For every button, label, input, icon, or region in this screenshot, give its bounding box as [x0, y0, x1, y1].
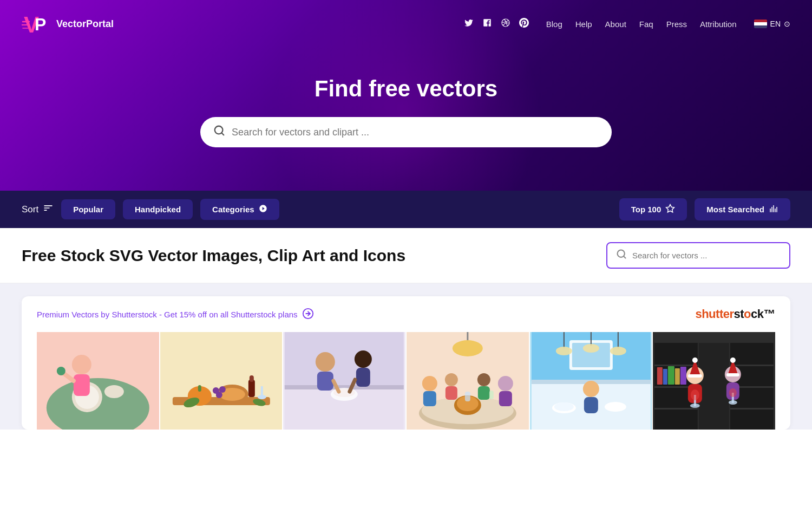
logo-area[interactable]: V P VectorPortal — [22, 10, 114, 38]
promo-header: Premium Vectors by Shutterstock - Get 15… — [37, 307, 775, 321]
shutterstock-logo-stock: st — [734, 307, 744, 321]
svg-point-45 — [355, 350, 372, 368]
svg-point-53 — [453, 340, 483, 356]
svg-rect-110 — [726, 373, 739, 376]
svg-point-83 — [554, 402, 574, 411]
svg-point-20 — [72, 355, 91, 374]
svg-rect-65 — [499, 391, 512, 406]
svg-rect-67 — [489, 391, 494, 399]
promo-section: Premium Vectors by Shutterstock - Get 15… — [0, 283, 812, 430]
promo-card: Premium Vectors by Shutterstock - Get 15… — [22, 296, 790, 430]
nav-faq[interactable]: Faq — [639, 20, 653, 29]
svg-rect-96 — [663, 369, 667, 385]
shutterstock-logo-ock: o — [744, 307, 751, 321]
svg-rect-33 — [261, 386, 263, 398]
hero-search-box[interactable] — [200, 117, 612, 147]
logo-text: VectorPortal — [56, 18, 114, 30]
page-title: Free Stock SVG Vector Images, Clip Art a… — [22, 246, 405, 265]
image-grid — [37, 332, 775, 430]
language-selector[interactable]: EN ⊙ — [754, 20, 790, 28]
chart-icon — [769, 204, 778, 215]
svg-point-111 — [730, 358, 736, 363]
hero-title: Find free vectors — [22, 76, 790, 102]
svg-point-84 — [605, 402, 626, 412]
nav-help[interactable]: Help — [575, 20, 592, 29]
svg-rect-91 — [654, 408, 698, 410]
nav-attribution[interactable]: Attribution — [700, 20, 737, 29]
categories-chevron-icon — [259, 204, 267, 214]
flag-icon — [754, 20, 767, 28]
svg-rect-59 — [423, 391, 436, 406]
shutterstock-logo-ck: ck™ — [751, 307, 775, 321]
svg-rect-95 — [657, 367, 663, 385]
most-searched-label: Most Searched — [706, 205, 764, 214]
svg-point-60 — [445, 373, 458, 386]
nav-right: Blog Help About Faq Press Attribution EN… — [464, 18, 790, 30]
promo-image-3[interactable] — [283, 332, 405, 430]
shutterstock-logo-shutter: shutter — [695, 307, 734, 321]
svg-point-80 — [583, 381, 599, 397]
header: V P VectorPortal — [0, 0, 812, 191]
page-search-input[interactable] — [632, 251, 781, 260]
svg-point-36 — [216, 392, 222, 398]
promo-image-1[interactable] — [37, 332, 159, 430]
star-icon — [665, 204, 675, 215]
svg-line-10 — [624, 256, 626, 258]
svg-point-58 — [422, 376, 437, 391]
svg-marker-8 — [666, 205, 675, 212]
promo-link-text: Premium Vectors by Shutterstock - Get 15… — [37, 310, 298, 319]
svg-point-103 — [692, 358, 698, 363]
svg-line-7 — [221, 133, 224, 135]
svg-point-23 — [57, 367, 66, 375]
handpicked-button[interactable]: Handpicked — [123, 199, 193, 219]
categories-button[interactable]: Categories — [200, 199, 279, 220]
promo-image-6[interactable] — [653, 332, 775, 430]
sort-bar: Sort Popular Handpicked Categories Top 1… — [0, 191, 812, 228]
promo-image-4[interactable] — [407, 332, 529, 430]
facebook-icon[interactable] — [482, 18, 492, 30]
sort-icon — [43, 203, 54, 216]
hero-section: Find free vectors — [22, 43, 790, 191]
page-search-box[interactable] — [606, 242, 790, 269]
svg-rect-21 — [74, 374, 90, 396]
svg-point-64 — [498, 376, 513, 391]
svg-rect-94 — [730, 408, 774, 410]
nav-blog[interactable]: Blog — [546, 20, 562, 29]
svg-rect-87 — [699, 343, 729, 430]
popular-button[interactable]: Popular — [61, 199, 115, 219]
shutterstock-logo: shutterstock™ — [695, 307, 775, 321]
svg-rect-97 — [668, 366, 675, 385]
nav-links: Blog Help About Faq Press Attribution — [546, 20, 737, 29]
dribbble-icon[interactable] — [501, 18, 510, 30]
hero-search-icon — [213, 125, 225, 140]
page-search-icon — [616, 249, 627, 262]
svg-text:P: P — [35, 15, 46, 34]
svg-rect-92 — [730, 365, 774, 366]
promo-image-5[interactable] — [530, 332, 652, 430]
svg-rect-66 — [465, 392, 470, 401]
svg-point-43 — [316, 352, 335, 372]
hero-search-input[interactable] — [232, 127, 599, 138]
svg-rect-30 — [248, 380, 255, 397]
top100-button[interactable]: Top 100 — [619, 198, 687, 220]
promo-image-2[interactable] — [160, 332, 283, 430]
twitter-icon[interactable] — [464, 18, 474, 30]
sort-text: Sort — [22, 204, 38, 215]
page-header: Free Stock SVG Vector Images, Clip Art a… — [0, 228, 812, 283]
language-chevron: ⊙ — [784, 20, 790, 28]
svg-rect-81 — [584, 397, 598, 413]
top100-label: Top 100 — [631, 205, 662, 214]
pinterest-icon[interactable] — [519, 18, 529, 30]
svg-rect-31 — [250, 375, 254, 382]
nav-about[interactable]: About — [605, 20, 626, 29]
svg-point-77 — [610, 347, 626, 355]
social-icons — [464, 18, 529, 30]
promo-link[interactable]: Premium Vectors by Shutterstock - Get 15… — [37, 308, 314, 321]
most-searched-button[interactable]: Most Searched — [695, 198, 790, 220]
navbar: V P VectorPortal — [22, 0, 790, 43]
svg-rect-27 — [198, 385, 201, 392]
categories-label: Categories — [212, 205, 254, 214]
language-label: EN — [770, 20, 781, 28]
svg-rect-63 — [478, 386, 490, 400]
nav-press[interactable]: Press — [666, 20, 687, 29]
